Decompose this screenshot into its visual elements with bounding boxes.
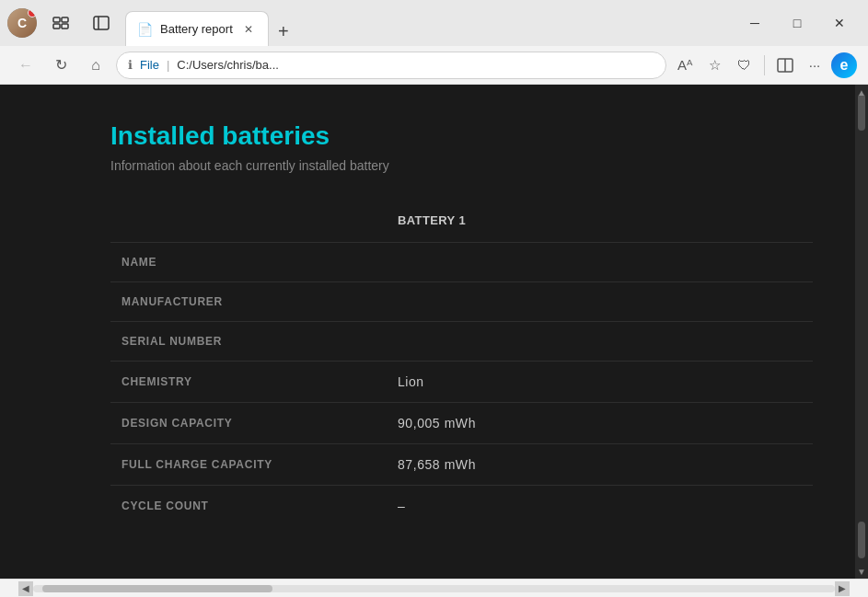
row-value: 87,658 mWh: [387, 444, 813, 486]
refresh-button[interactable]: ↻: [46, 51, 75, 80]
scroll-left-button[interactable]: ◀: [18, 581, 33, 596]
row-value: Lion: [387, 362, 813, 403]
read-aloud-icon: Aᴬ: [677, 57, 692, 74]
favorites-button[interactable]: ☆: [701, 52, 727, 78]
section-subtitle: Information about each currently install…: [110, 158, 813, 173]
edge-logo[interactable]: e: [831, 52, 857, 78]
home-icon: ⌂: [91, 57, 100, 74]
row-value: [387, 282, 813, 322]
close-icon: ✕: [244, 23, 253, 36]
maximize-button[interactable]: □: [776, 8, 818, 38]
row-label: MANUFACTURER: [110, 282, 387, 322]
tab-title: Battery report: [160, 22, 233, 36]
table-row: CHEMISTRYLion: [110, 362, 813, 403]
minimize-button[interactable]: ─: [734, 8, 776, 38]
hscroll-thumb: [42, 585, 272, 592]
hscroll-track[interactable]: [33, 585, 835, 592]
row-label: DESIGN CAPACITY: [110, 403, 387, 444]
svg-rect-0: [53, 17, 60, 22]
row-label: CHEMISTRY: [110, 362, 387, 403]
table-row: FULL CHARGE CAPACITY87,658 mWh: [110, 444, 813, 486]
close-button[interactable]: ✕: [818, 8, 861, 38]
scroll-up-button[interactable]: ▲: [855, 86, 868, 98]
scroll-down-button[interactable]: ▼: [855, 566, 868, 577]
row-value: [387, 322, 813, 362]
star-icon: ☆: [709, 57, 721, 74]
address-icons: Aᴬ ☆ 🛡 ··· e: [672, 52, 857, 78]
row-label: SERIAL NUMBER: [110, 322, 387, 362]
new-tab-button[interactable]: +: [269, 17, 298, 46]
avatar-initials: C: [17, 16, 27, 30]
back-button[interactable]: ←: [11, 51, 41, 80]
avatar-notification-dot: [28, 8, 37, 17]
more-icon: ···: [809, 57, 821, 73]
url-text: C:/Users/chris/ba...: [177, 58, 279, 72]
split-screen-button[interactable]: [772, 52, 798, 78]
sidebar-toggle-button[interactable]: [85, 6, 118, 40]
scrollbar-thumb-bottom: [858, 522, 865, 558]
browser-content: Installed batteries Information about ea…: [0, 85, 868, 579]
more-button[interactable]: ···: [802, 52, 827, 78]
close-icon: ✕: [834, 16, 845, 30]
table-row: CYCLE COUNT–: [110, 486, 813, 527]
window-controls: ─ □ ✕: [734, 8, 861, 38]
row-value: 90,005 mWh: [387, 403, 813, 444]
refresh-icon: ↻: [55, 56, 67, 74]
tab-close-button[interactable]: ✕: [240, 21, 257, 38]
table-row: DESIGN CAPACITY90,005 mWh: [110, 403, 813, 444]
battery-column-header: BATTERY 1: [387, 206, 813, 243]
row-label: FULL CHARGE CAPACITY: [110, 444, 387, 486]
tab-page-icon: 📄: [137, 22, 153, 37]
tab-strip: 📄 Battery report ✕ +: [125, 0, 726, 46]
row-value: –: [387, 486, 813, 527]
read-aloud-button[interactable]: Aᴬ: [672, 52, 698, 78]
row-value: [387, 243, 813, 282]
titlebar: C 📄 Battery report ✕ + ─: [0, 0, 868, 46]
vertical-scrollbar[interactable]: ▲ ▼: [855, 85, 868, 579]
split-icon: [777, 57, 793, 74]
browser-essentials-button[interactable]: 🛡: [731, 52, 757, 78]
toolbar-divider: [764, 55, 765, 75]
svg-rect-3: [62, 24, 68, 29]
svg-rect-1: [62, 17, 68, 22]
address-separator: |: [167, 58, 169, 72]
minimize-icon: ─: [750, 16, 759, 30]
protocol-label: File: [140, 58, 159, 72]
shield-icon: 🛡: [737, 57, 751, 73]
horizontal-scrollbar: ◀ ▶: [0, 579, 868, 597]
addressbar: ← ↻ ⌂ ℹ File | C:/Users/chris/ba... Aᴬ ☆…: [0, 46, 868, 85]
edge-icon: e: [840, 57, 849, 74]
back-icon: ←: [18, 57, 33, 74]
row-label: NAME: [110, 243, 387, 282]
battery-table: BATTERY 1 NAMEMANUFACTURERSERIAL NUMBERC…: [110, 206, 813, 526]
svg-rect-4: [94, 17, 109, 29]
scrollbar-thumb-top: [858, 94, 865, 131]
section-title: Installed batteries: [110, 121, 813, 151]
tab-groups-button[interactable]: [44, 6, 77, 40]
content-inner: Installed batteries Information about ea…: [0, 85, 868, 563]
table-row: NAME: [110, 243, 813, 282]
maximize-icon: □: [793, 16, 801, 30]
row-label: CYCLE COUNT: [110, 486, 387, 527]
scroll-right-button[interactable]: ▶: [835, 581, 850, 596]
empty-header: [110, 206, 387, 243]
home-button[interactable]: ⌂: [81, 51, 110, 80]
svg-rect-2: [53, 24, 60, 29]
active-tab[interactable]: 📄 Battery report ✕: [125, 11, 269, 46]
table-row: MANUFACTURER: [110, 282, 813, 322]
info-icon: ℹ: [128, 58, 133, 72]
table-row: SERIAL NUMBER: [110, 322, 813, 362]
address-field[interactable]: ℹ File | C:/Users/chris/ba...: [116, 52, 666, 79]
avatar[interactable]: C: [7, 8, 37, 38]
